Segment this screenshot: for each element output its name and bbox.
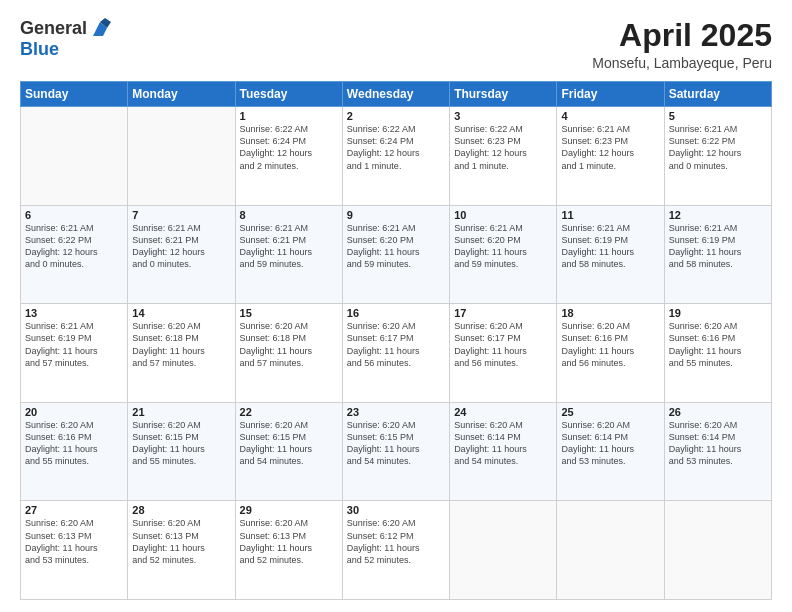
day-number: 25 [561,406,659,418]
calendar-cell: 13Sunrise: 6:21 AM Sunset: 6:19 PM Dayli… [21,304,128,403]
calendar-cell [664,501,771,600]
day-number: 12 [669,209,767,221]
day-detail: Sunrise: 6:20 AM Sunset: 6:17 PM Dayligh… [454,321,527,367]
day-number: 26 [669,406,767,418]
day-detail: Sunrise: 6:20 AM Sunset: 6:14 PM Dayligh… [669,420,742,466]
day-detail: Sunrise: 6:20 AM Sunset: 6:15 PM Dayligh… [240,420,313,466]
day-number: 11 [561,209,659,221]
day-detail: Sunrise: 6:20 AM Sunset: 6:16 PM Dayligh… [669,321,742,367]
day-detail: Sunrise: 6:22 AM Sunset: 6:24 PM Dayligh… [240,124,313,170]
page: General Blue April 2025 Monsefu, Lambaye… [0,0,792,612]
day-number: 21 [132,406,230,418]
calendar-header-wednesday: Wednesday [342,82,449,107]
calendar-header-thursday: Thursday [450,82,557,107]
calendar-cell: 12Sunrise: 6:21 AM Sunset: 6:19 PM Dayli… [664,205,771,304]
logo-blue-text: Blue [20,40,111,60]
location-title: Monsefu, Lambayeque, Peru [592,55,772,71]
day-number: 3 [454,110,552,122]
day-number: 15 [240,307,338,319]
day-detail: Sunrise: 6:20 AM Sunset: 6:12 PM Dayligh… [347,518,420,564]
calendar-cell: 6Sunrise: 6:21 AM Sunset: 6:22 PM Daylig… [21,205,128,304]
day-number: 4 [561,110,659,122]
calendar-cell: 17Sunrise: 6:20 AM Sunset: 6:17 PM Dayli… [450,304,557,403]
day-number: 27 [25,504,123,516]
header: General Blue April 2025 Monsefu, Lambaye… [20,18,772,71]
day-number: 10 [454,209,552,221]
calendar-cell: 20Sunrise: 6:20 AM Sunset: 6:16 PM Dayli… [21,402,128,501]
day-detail: Sunrise: 6:20 AM Sunset: 6:15 PM Dayligh… [347,420,420,466]
calendar-cell: 18Sunrise: 6:20 AM Sunset: 6:16 PM Dayli… [557,304,664,403]
calendar-cell: 10Sunrise: 6:21 AM Sunset: 6:20 PM Dayli… [450,205,557,304]
calendar-cell: 8Sunrise: 6:21 AM Sunset: 6:21 PM Daylig… [235,205,342,304]
day-number: 7 [132,209,230,221]
calendar-header-saturday: Saturday [664,82,771,107]
day-detail: Sunrise: 6:20 AM Sunset: 6:16 PM Dayligh… [561,321,634,367]
calendar-week-5: 27Sunrise: 6:20 AM Sunset: 6:13 PM Dayli… [21,501,772,600]
day-number: 9 [347,209,445,221]
calendar-cell: 7Sunrise: 6:21 AM Sunset: 6:21 PM Daylig… [128,205,235,304]
calendar-header-friday: Friday [557,82,664,107]
calendar-header-sunday: Sunday [21,82,128,107]
calendar-cell: 1Sunrise: 6:22 AM Sunset: 6:24 PM Daylig… [235,107,342,206]
calendar-header-monday: Monday [128,82,235,107]
month-title: April 2025 [592,18,772,53]
day-number: 17 [454,307,552,319]
day-detail: Sunrise: 6:21 AM Sunset: 6:23 PM Dayligh… [561,124,634,170]
day-number: 23 [347,406,445,418]
calendar-cell: 9Sunrise: 6:21 AM Sunset: 6:20 PM Daylig… [342,205,449,304]
calendar-cell: 27Sunrise: 6:20 AM Sunset: 6:13 PM Dayli… [21,501,128,600]
day-number: 16 [347,307,445,319]
day-number: 19 [669,307,767,319]
day-detail: Sunrise: 6:21 AM Sunset: 6:19 PM Dayligh… [561,223,634,269]
day-number: 6 [25,209,123,221]
day-detail: Sunrise: 6:20 AM Sunset: 6:18 PM Dayligh… [240,321,313,367]
calendar-cell [128,107,235,206]
day-number: 20 [25,406,123,418]
day-number: 28 [132,504,230,516]
day-detail: Sunrise: 6:21 AM Sunset: 6:20 PM Dayligh… [347,223,420,269]
calendar-cell: 16Sunrise: 6:20 AM Sunset: 6:17 PM Dayli… [342,304,449,403]
calendar-cell [450,501,557,600]
day-number: 5 [669,110,767,122]
day-number: 30 [347,504,445,516]
day-detail: Sunrise: 6:20 AM Sunset: 6:18 PM Dayligh… [132,321,205,367]
day-detail: Sunrise: 6:21 AM Sunset: 6:20 PM Dayligh… [454,223,527,269]
calendar-header-tuesday: Tuesday [235,82,342,107]
day-number: 8 [240,209,338,221]
calendar-cell: 2Sunrise: 6:22 AM Sunset: 6:24 PM Daylig… [342,107,449,206]
logo-general-text: General [20,19,87,39]
calendar-week-4: 20Sunrise: 6:20 AM Sunset: 6:16 PM Dayli… [21,402,772,501]
calendar-cell: 15Sunrise: 6:20 AM Sunset: 6:18 PM Dayli… [235,304,342,403]
calendar-cell: 11Sunrise: 6:21 AM Sunset: 6:19 PM Dayli… [557,205,664,304]
calendar-cell: 5Sunrise: 6:21 AM Sunset: 6:22 PM Daylig… [664,107,771,206]
calendar-cell: 23Sunrise: 6:20 AM Sunset: 6:15 PM Dayli… [342,402,449,501]
calendar: SundayMondayTuesdayWednesdayThursdayFrid… [20,81,772,600]
day-detail: Sunrise: 6:21 AM Sunset: 6:19 PM Dayligh… [669,223,742,269]
calendar-cell: 3Sunrise: 6:22 AM Sunset: 6:23 PM Daylig… [450,107,557,206]
calendar-week-3: 13Sunrise: 6:21 AM Sunset: 6:19 PM Dayli… [21,304,772,403]
calendar-week-1: 1Sunrise: 6:22 AM Sunset: 6:24 PM Daylig… [21,107,772,206]
calendar-cell: 4Sunrise: 6:21 AM Sunset: 6:23 PM Daylig… [557,107,664,206]
day-detail: Sunrise: 6:20 AM Sunset: 6:13 PM Dayligh… [25,518,98,564]
calendar-cell: 14Sunrise: 6:20 AM Sunset: 6:18 PM Dayli… [128,304,235,403]
day-number: 13 [25,307,123,319]
calendar-cell: 29Sunrise: 6:20 AM Sunset: 6:13 PM Dayli… [235,501,342,600]
day-detail: Sunrise: 6:20 AM Sunset: 6:16 PM Dayligh… [25,420,98,466]
day-detail: Sunrise: 6:20 AM Sunset: 6:13 PM Dayligh… [240,518,313,564]
day-detail: Sunrise: 6:20 AM Sunset: 6:14 PM Dayligh… [561,420,634,466]
day-detail: Sunrise: 6:20 AM Sunset: 6:17 PM Dayligh… [347,321,420,367]
day-number: 29 [240,504,338,516]
day-number: 1 [240,110,338,122]
day-detail: Sunrise: 6:20 AM Sunset: 6:14 PM Dayligh… [454,420,527,466]
calendar-cell: 26Sunrise: 6:20 AM Sunset: 6:14 PM Dayli… [664,402,771,501]
day-number: 18 [561,307,659,319]
day-detail: Sunrise: 6:22 AM Sunset: 6:24 PM Dayligh… [347,124,420,170]
calendar-week-2: 6Sunrise: 6:21 AM Sunset: 6:22 PM Daylig… [21,205,772,304]
day-detail: Sunrise: 6:21 AM Sunset: 6:21 PM Dayligh… [240,223,313,269]
calendar-cell [21,107,128,206]
day-number: 14 [132,307,230,319]
day-number: 2 [347,110,445,122]
day-detail: Sunrise: 6:20 AM Sunset: 6:13 PM Dayligh… [132,518,205,564]
calendar-cell: 30Sunrise: 6:20 AM Sunset: 6:12 PM Dayli… [342,501,449,600]
title-block: April 2025 Monsefu, Lambayeque, Peru [592,18,772,71]
